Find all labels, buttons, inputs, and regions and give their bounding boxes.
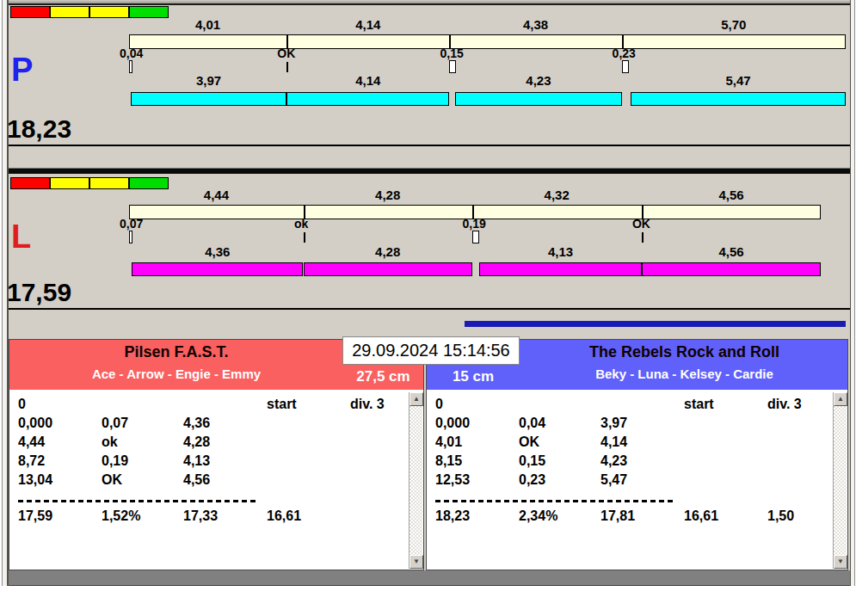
- table-cell: 0,000: [18, 416, 52, 431]
- crossing-tick-marker: [304, 232, 305, 243]
- scroll-up-icon[interactable]: ▲: [410, 392, 423, 406]
- table-row: 4,01OK4,14: [427, 434, 832, 453]
- split-time-label: 4,28: [354, 188, 422, 202]
- table-cell: 4,44: [18, 434, 45, 450]
- table-cell: 4,28: [183, 434, 210, 450]
- traffic-light-segment: [89, 177, 129, 189]
- dog-time-label: 3,97: [175, 73, 243, 88]
- run-total-time: 17,59: [7, 278, 71, 307]
- totals-cell: 17,59: [18, 508, 52, 524]
- datetime-box: 29.09.2024 15:14:56: [342, 336, 520, 365]
- table-cell: 5,47: [600, 472, 627, 488]
- dog-bar-segment: [304, 262, 472, 276]
- totals-cell: 16,61: [267, 508, 301, 524]
- totals-cell: 17,33: [183, 508, 218, 524]
- table-cell: start: [267, 397, 297, 412]
- totals-row: 17,591,52%17,3316,61: [9, 508, 408, 527]
- team-panel-left: Pilsen F.A.S.T. Ace - Arrow - Engie - Em…: [9, 339, 424, 570]
- table-cell: 0,19: [102, 453, 128, 469]
- crossing-label: OK: [277, 46, 295, 60]
- table-cell: div. 3: [767, 397, 802, 412]
- dog-bar-segment: [286, 92, 449, 106]
- scroll-up-icon[interactable]: ▲: [834, 392, 847, 406]
- table-row: 0,0000,074,36: [9, 416, 408, 434]
- lane-l-bottom-border: [9, 308, 850, 310]
- split-time-label: 4,38: [502, 17, 570, 32]
- traffic-light-segment: [89, 6, 129, 18]
- dog-time-label: 4,36: [183, 244, 252, 259]
- table-cell: 4,01: [435, 434, 462, 450]
- table-row: 13,04OK4,56: [9, 472, 408, 491]
- totals-separator: [18, 500, 257, 502]
- table-cell: 4,23: [600, 453, 627, 469]
- table-cell: 4,13: [183, 453, 210, 469]
- team-name: Pilsen F.A.S.T.: [9, 343, 343, 361]
- traffic-light-segment: [50, 177, 89, 189]
- crossing-box-marker: [129, 60, 132, 73]
- dog-bar-segment: [631, 92, 846, 106]
- table-cell: 0,04: [519, 416, 545, 431]
- table-row: 8,150,154,23: [427, 453, 832, 472]
- scrollbar[interactable]: ▲ ▼: [833, 392, 847, 569]
- crossing-tick-marker: [642, 232, 644, 243]
- table-row: 0,0000,043,97: [427, 416, 832, 434]
- table-row: 0startdiv. 3: [9, 397, 408, 416]
- table-row: 12,530,235,47: [427, 472, 832, 491]
- crossing-tick-marker: [286, 62, 288, 72]
- dog-time-label: 4,56: [697, 244, 766, 259]
- scroll-down-icon[interactable]: ▼: [410, 555, 423, 569]
- table-cell: 8,72: [18, 453, 45, 469]
- table-cell: 12,53: [435, 472, 470, 488]
- scroll-down-icon[interactable]: ▼: [834, 555, 847, 569]
- dog-time-label: 4,28: [354, 244, 422, 259]
- split-time-label: 4,44: [182, 188, 250, 202]
- dog-time-label: 4,23: [504, 73, 573, 88]
- jump-height-badge: 15 cm: [427, 368, 520, 385]
- split-time-label: 4,14: [334, 17, 403, 32]
- lane-p-bottom-border: [9, 145, 850, 146]
- table-cell: OK: [102, 472, 122, 488]
- totals-cell: 18,23: [435, 508, 470, 524]
- totals-cell: 2,34%: [519, 508, 557, 524]
- dog-bar-segment: [132, 262, 303, 276]
- run-total-time: 18,23: [7, 114, 71, 144]
- dog-bar-segment: [642, 262, 821, 276]
- traffic-light-segment: [129, 6, 169, 18]
- dog-time-label: 4,13: [527, 244, 595, 259]
- split-time-label: 4,01: [174, 17, 243, 32]
- table-cell: 4,56: [183, 472, 210, 488]
- crossing-box-marker: [472, 231, 479, 243]
- team-dogs: Beky - Luna - Kelsey - Cardie: [521, 367, 847, 381]
- dog-bar-segment: [131, 92, 286, 106]
- window-top-edge: [0, 0, 856, 5]
- table-row: 0startdiv. 3: [427, 397, 832, 416]
- traffic-light-segment: [50, 6, 89, 18]
- crossing-label: 0,23: [613, 46, 636, 60]
- table-cell: 8,15: [435, 453, 462, 469]
- window-left-border: [0, 0, 9, 586]
- table-cell: 13,04: [18, 472, 52, 488]
- table-cell: div. 3: [350, 397, 385, 412]
- totals-cell: 16,61: [684, 508, 718, 524]
- crossing-label: 0,07: [120, 217, 143, 231]
- split-bar: [129, 34, 846, 49]
- table-cell: ok: [102, 434, 118, 450]
- traffic-light-segment: [129, 177, 169, 189]
- table-cell: OK: [519, 434, 539, 450]
- team-dogs: Ace - Arrow - Engie - Emmy: [9, 367, 343, 381]
- crossing-label: 0,04: [120, 46, 143, 60]
- dog-bar-segment: [479, 262, 642, 276]
- scrollbar[interactable]: ▲ ▼: [409, 392, 422, 569]
- dog-bar-segment: [455, 92, 621, 106]
- results-table: 0startdiv. 30,0000,074,364,44ok4,288,720…: [9, 390, 408, 570]
- totals-cell: 1,50: [767, 508, 794, 524]
- crossing-label: 0,15: [440, 46, 463, 60]
- results-table: 0startdiv. 30,0000,043,974,01OK4,148,150…: [427, 390, 832, 570]
- traffic-light-indicator: [10, 177, 169, 189]
- totals-separator: [435, 500, 674, 502]
- jump-height-badge: 27,5 cm: [345, 368, 422, 385]
- table-cell: 3,97: [600, 416, 627, 431]
- run-letter-P: P: [11, 52, 33, 89]
- totals-row: 18,232,34%17,8116,611,50: [427, 508, 832, 527]
- progress-bar: [465, 321, 846, 327]
